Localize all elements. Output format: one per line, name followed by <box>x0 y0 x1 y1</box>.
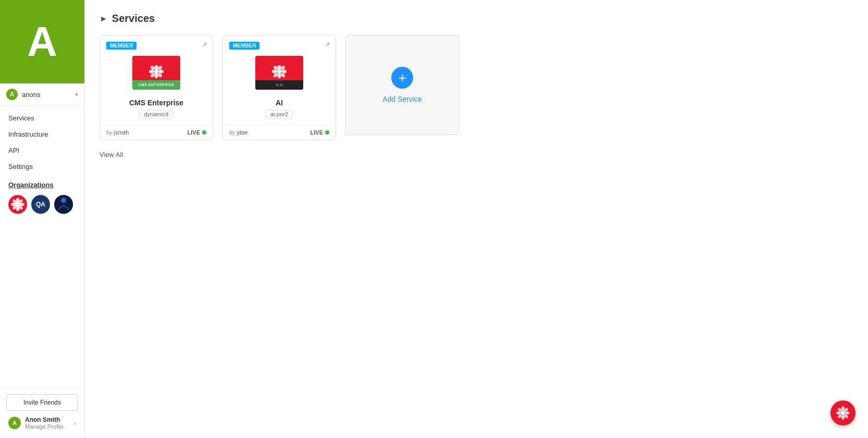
svg-point-32 <box>836 411 840 415</box>
org-avatar-qa[interactable]: QA <box>31 195 50 214</box>
ai-logo: ⚙ AI <box>255 56 303 90</box>
sidebar-header-letter: A <box>27 21 57 63</box>
svg-point-15 <box>159 70 164 74</box>
profile-name: Anon Smith <box>25 416 74 423</box>
svg-point-11 <box>154 69 158 74</box>
org-avatar-dark[interactable] <box>54 195 73 214</box>
page-header: ► Services <box>100 13 853 25</box>
sidebar-user-menu[interactable]: A anons ▾ <box>0 83 84 106</box>
view-all-link[interactable]: View All <box>100 151 123 159</box>
sidebar-user-name: anons <box>22 91 75 99</box>
card-by-cms: by jsmith <box>106 129 129 136</box>
fab-button[interactable] <box>830 400 855 425</box>
cms-logo: CMS ENTERPRISE <box>132 56 180 90</box>
sidebar-profile[interactable]: A Anon Smith Manage Profile › <box>6 411 78 432</box>
live-dot-ai <box>325 130 329 135</box>
member-badge-ai: MEMBER <box>229 42 259 50</box>
card-body-cms: CMS Enterprise dynamic4 <box>100 95 213 125</box>
ai-logo-bottom: ⚙ AI <box>255 80 303 90</box>
card-top-ai: MEMBER ↗ <box>223 35 336 54</box>
svg-point-33 <box>845 411 849 415</box>
card-footer-ai: by jdoe LIVE <box>223 125 336 140</box>
card-footer-cms: by jsmith LIVE <box>100 125 213 140</box>
member-badge-cms: MEMBER <box>106 42 137 50</box>
sidebar-item-services[interactable]: Services <box>0 110 84 126</box>
sidebar-user-avatar: A <box>6 89 18 100</box>
svg-point-21 <box>278 65 281 69</box>
svg-point-23 <box>272 70 277 74</box>
page-title: Services <box>112 13 155 25</box>
service-card-ai[interactable]: MEMBER ↗ <box>222 35 336 140</box>
services-grid: MEMBER ↗ <box>100 35 853 140</box>
svg-point-30 <box>841 406 845 410</box>
ai-logo-text: ⚙ AI <box>276 83 283 87</box>
service-card-cms[interactable]: MEMBER ↗ <box>100 35 213 140</box>
invite-friends-button[interactable]: Invite Friends <box>6 394 78 411</box>
profile-manage: Manage Profile <box>25 423 74 430</box>
svg-point-20 <box>277 69 281 74</box>
external-link-icon-cms[interactable]: ↗ <box>202 41 207 48</box>
live-dot-cms <box>202 130 206 135</box>
card-top-cms: MEMBER ↗ <box>100 35 213 54</box>
sidebar-navigation: Services Infrastructure API Settings Org… <box>0 106 84 387</box>
navigation-icon: ► <box>100 14 108 23</box>
card-by-ai: by jdoe <box>229 129 247 136</box>
card-body-ai: AI ai-per2 <box>223 95 336 125</box>
add-service-plus-icon: + <box>391 67 413 89</box>
svg-point-29 <box>841 411 845 415</box>
svg-point-14 <box>149 70 154 74</box>
profile-avatar: A <box>8 417 21 429</box>
service-slug-cms: dynamic4 <box>139 110 173 118</box>
svg-point-13 <box>155 74 158 78</box>
live-badge-cms: LIVE <box>188 129 206 136</box>
org-avatar-solodev[interactable] <box>8 195 27 214</box>
sidebar-bottom: Invite Friends A Anon Smith Manage Profi… <box>0 387 84 438</box>
svg-point-22 <box>278 74 281 78</box>
service-name-ai: AI <box>229 99 329 107</box>
cms-logo-text: CMS ENTERPRISE <box>138 83 174 87</box>
cms-logo-bottom: CMS ENTERPRISE <box>132 80 180 90</box>
svg-point-12 <box>155 65 158 69</box>
profile-info: Anon Smith Manage Profile <box>25 416 74 430</box>
chevron-down-icon: ▾ <box>75 91 78 98</box>
sidebar: A A anons ▾ Services Infrastructure API … <box>0 0 85 438</box>
sidebar-item-api[interactable]: API <box>0 142 84 159</box>
svg-point-31 <box>841 415 845 419</box>
svg-point-10 <box>61 198 66 203</box>
service-name-cms: CMS Enterprise <box>106 99 206 107</box>
org-qa-label: QA <box>36 201 45 208</box>
add-service-card[interactable]: + Add Service <box>345 35 459 135</box>
external-link-icon-ai[interactable]: ↗ <box>325 41 330 48</box>
live-badge-ai: LIVE <box>311 129 329 136</box>
sidebar-header: A <box>0 0 84 83</box>
add-service-label: Add Service <box>382 95 421 103</box>
main-content: ► Services MEMBER ↗ <box>85 0 868 438</box>
chevron-right-icon: › <box>74 419 76 427</box>
organizations-label[interactable]: Organizations <box>0 175 84 192</box>
organizations-list: QA <box>0 192 84 217</box>
svg-point-24 <box>282 70 287 74</box>
card-image-ai: ⚙ AI <box>223 54 336 95</box>
sidebar-item-infrastructure[interactable]: Infrastructure <box>0 126 84 142</box>
card-image-cms: CMS ENTERPRISE <box>100 54 213 95</box>
sidebar-item-settings[interactable]: Settings <box>0 159 84 175</box>
service-slug-ai: ai-per2 <box>266 110 293 118</box>
